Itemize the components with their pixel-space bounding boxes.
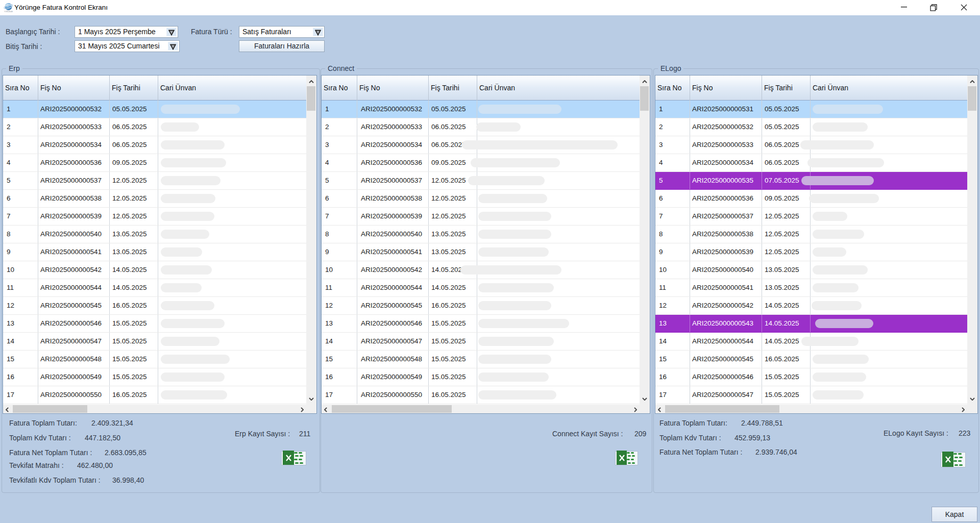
svg-text:YÖRÜNGE: YÖRÜNGE [4,11,13,13]
